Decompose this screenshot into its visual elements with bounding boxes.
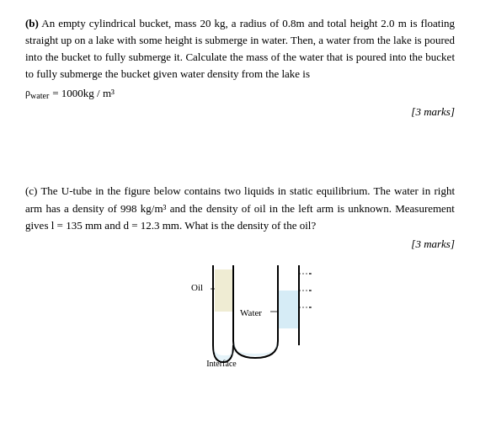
rho-value: = 1000kg / m³ bbox=[52, 85, 115, 102]
diagram-area: Oil Water Interface bbox=[25, 261, 455, 371]
oil-label: Oil bbox=[191, 282, 203, 292]
part-c-marks-text: [3 marks] bbox=[411, 237, 455, 250]
part-b: (b) An empty cylindrical bucket, mass 20… bbox=[25, 15, 455, 119]
svg-rect-9 bbox=[215, 269, 233, 312]
part-c-text: (c) The U-tube in the figure below conta… bbox=[25, 183, 455, 233]
part-b-marks: [3 marks] bbox=[25, 105, 455, 119]
utube-svg: Oil Water Interface bbox=[189, 261, 324, 371]
rho-line: ρwater = 1000kg / m³ bbox=[25, 85, 455, 103]
part-c-body: The U-tube in the figure below contains … bbox=[25, 184, 455, 231]
water-label: Water bbox=[240, 307, 262, 317]
part-c-marks: [3 marks] bbox=[25, 237, 455, 251]
rho-symbol: ρwater bbox=[25, 85, 49, 103]
spacer bbox=[25, 127, 455, 178]
rho-subscript: water bbox=[30, 91, 49, 100]
diagram-wrapper: Oil Water Interface bbox=[164, 261, 316, 371]
page: (b) An empty cylindrical bucket, mass 20… bbox=[0, 0, 480, 448]
interface-label: Interface bbox=[206, 359, 237, 368]
part-b-text: (b) An empty cylindrical bucket, mass 20… bbox=[25, 15, 455, 83]
svg-rect-8 bbox=[278, 291, 299, 328]
part-c: (c) The U-tube in the figure below conta… bbox=[25, 183, 455, 370]
part-c-label: (c) bbox=[25, 184, 37, 197]
part-b-label: (b) bbox=[25, 17, 39, 29]
part-b-marks-text: [3 marks] bbox=[411, 105, 455, 118]
part-b-body: An empty cylindrical bucket, mass 20 kg,… bbox=[25, 17, 455, 80]
